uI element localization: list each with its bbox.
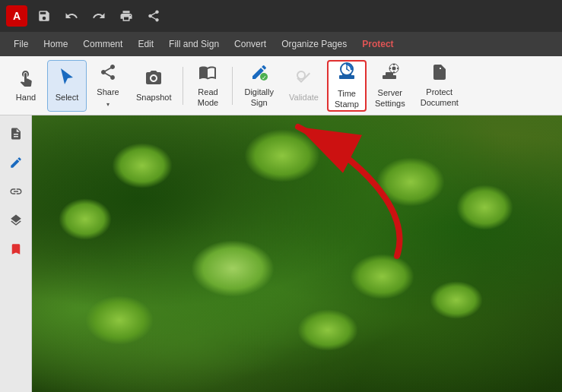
- share-tool-button[interactable]: Share ▾: [88, 60, 128, 112]
- readmode-tool-button[interactable]: ReadMode: [188, 60, 227, 112]
- menu-fill-sign[interactable]: Fill and Sign: [161, 36, 227, 52]
- server-settings-label: ServerSettings: [375, 88, 405, 108]
- svg-rect-12: [393, 64, 395, 65]
- menu-bar: File Home Comment Edit Fill and Sign Con…: [0, 32, 562, 56]
- digitally-sign-icon: ✓: [250, 63, 268, 84]
- snapshot-label: Snapshot: [136, 93, 171, 103]
- validate-icon: [294, 68, 313, 90]
- toolbar: Hand Select Share ▾ Snapshot ReadMode ✓: [0, 56, 562, 115]
- digitally-sign-label: DigitallySign: [244, 87, 274, 107]
- document-image: [32, 115, 562, 392]
- sidebar-pen-btn[interactable]: [4, 150, 28, 175]
- print-button[interactable]: [116, 5, 137, 27]
- svg-point-2: [297, 71, 305, 79]
- svg-rect-14: [389, 68, 391, 69]
- menu-protect[interactable]: Protect: [354, 36, 401, 52]
- title-bar: A: [0, 0, 562, 32]
- save-button[interactable]: [33, 5, 55, 27]
- share-icon: [99, 63, 117, 84]
- sidebar-link-btn[interactable]: [4, 179, 28, 204]
- hand-icon: [17, 68, 35, 90]
- select-tool-button[interactable]: Select: [47, 60, 87, 112]
- sidebar-page-btn[interactable]: [4, 122, 28, 146]
- readmode-icon: [198, 63, 217, 84]
- share-title-button[interactable]: [143, 5, 164, 27]
- timestamp-icon: [336, 62, 357, 86]
- timestamp-label: TimeStamp: [335, 89, 359, 109]
- digitally-sign-button[interactable]: ✓ DigitallySign: [237, 60, 281, 112]
- protect-document-button[interactable]: ProtectDocument: [414, 60, 465, 112]
- select-icon: [58, 68, 76, 90]
- menu-home[interactable]: Home: [36, 36, 75, 52]
- hand-tool-button[interactable]: Hand: [6, 60, 46, 112]
- svg-point-11: [392, 67, 395, 71]
- app-icon: A: [6, 5, 27, 27]
- menu-organize-pages[interactable]: Organize Pages: [274, 36, 354, 52]
- undo-button[interactable]: [61, 5, 82, 27]
- protect-document-icon: [430, 63, 449, 84]
- sidebar-bookmark-btn[interactable]: [4, 237, 28, 261]
- svg-rect-15: [397, 68, 398, 69]
- validate-label: Validate: [289, 93, 319, 103]
- menu-convert[interactable]: Convert: [227, 36, 274, 52]
- share-dropdown-arrow: ▾: [106, 101, 110, 108]
- left-sidebar: [0, 115, 32, 392]
- svg-text:✓: ✓: [261, 74, 266, 81]
- select-label: Select: [56, 93, 79, 103]
- separator-2: [232, 67, 233, 105]
- menu-edit[interactable]: Edit: [130, 36, 161, 52]
- validate-button: Validate: [282, 60, 325, 112]
- protect-document-label: ProtectDocument: [421, 87, 459, 107]
- sidebar-layers-btn[interactable]: [4, 208, 28, 232]
- share-label: Share: [97, 87, 119, 97]
- server-settings-icon: [380, 62, 400, 85]
- menu-comment[interactable]: Comment: [75, 36, 130, 52]
- server-settings-button[interactable]: ServerSettings: [368, 60, 412, 112]
- main-area: [0, 115, 562, 392]
- document-content[interactable]: [32, 115, 562, 392]
- svg-rect-13: [393, 71, 395, 73]
- document-canvas: [32, 115, 562, 392]
- separator-1: [183, 67, 183, 105]
- menu-file[interactable]: File: [6, 36, 36, 52]
- readmode-label: ReadMode: [198, 87, 219, 107]
- timestamp-button[interactable]: TimeStamp: [327, 60, 367, 112]
- snapshot-tool-button[interactable]: Snapshot: [129, 60, 178, 112]
- hand-label: Hand: [16, 93, 36, 103]
- redo-button[interactable]: [88, 5, 110, 27]
- snapshot-icon: [144, 68, 163, 90]
